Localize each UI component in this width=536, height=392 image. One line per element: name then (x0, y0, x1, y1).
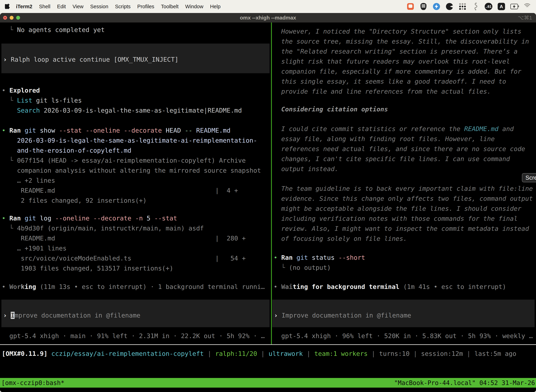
text-segment: › (274, 312, 282, 319)
screenshot-app-icon[interactable] (407, 3, 414, 10)
text-segment: gpt-5.4 xhigh · 96% left · 520K in · 5.8… (274, 332, 533, 340)
apple-logo-icon[interactable] (5, 3, 10, 10)
battery-percent-badge[interactable]: ..61 (485, 3, 492, 10)
text-segment: session:12m (421, 350, 463, 357)
text-segment: companion analysis without altering the … (17, 167, 261, 174)
menu-help[interactable]: Help (207, 4, 224, 9)
text-segment: 5 (147, 215, 151, 222)
no-output-line: └ (no output) (274, 263, 331, 273)
bolt-badge-icon[interactable] (433, 3, 440, 10)
text-segment (55, 127, 59, 134)
text-segment: the "Related research writing" section i… (274, 48, 517, 55)
text-segment: git (297, 254, 308, 261)
text-segment: Improve documentation in @filename (282, 312, 411, 319)
diffstat-line: README.md | 280 + (2, 233, 246, 243)
ralph-loop-line: › Ralph loop active continue [OMX_TMUX_I… (3, 54, 178, 65)
text-segment: ultrawork (268, 350, 303, 357)
menu-iterm2[interactable]: iTerm2 (13, 4, 36, 9)
dots-grid-icon[interactable] (459, 3, 466, 10)
text-segment: of focusing solely on file lines. (274, 235, 407, 242)
text-segment (274, 264, 281, 271)
text-segment: --stat (154, 215, 177, 222)
reasoning-line: of focusing solely on file lines. (274, 233, 407, 244)
diffstat-line: src/voice/voiceModeEnabled.ts | 54 + (2, 253, 246, 263)
reasoning-line: output instead. (274, 164, 338, 174)
menu-view[interactable]: View (69, 4, 87, 9)
reasoning-line: changes, I can't cite specific file line… (274, 154, 510, 164)
text-segment: However, I noticed the "Directory Struct… (274, 28, 522, 35)
assistant-a-icon[interactable]: A (498, 3, 505, 10)
text-segment: slight risk that future readers may over… (274, 58, 510, 65)
ran-git-log-line: • Ran git log --oneline --decorate -n 5 … (2, 213, 177, 223)
text-segment: └ (9, 157, 17, 164)
text-segment: ting for background terminal (293, 283, 399, 290)
reasoning-line: this single essay, it seems like a good … (274, 76, 506, 86)
text-segment (2, 147, 17, 154)
tmux-status-bar: [omx-cczip0:bash* "MacBook-Pro-44.local"… (0, 378, 536, 387)
filename-line: 2026-03-09-is-legal-the-same-as-legitima… (2, 135, 257, 145)
pane-bottom-separator (0, 344, 536, 345)
text-segment (150, 215, 154, 222)
text-segment (48, 350, 51, 357)
window-title: omx --xhigh --madmax (0, 13, 536, 23)
menu-session[interactable]: Session (87, 4, 112, 9)
text-segment: Explored (9, 87, 40, 94)
reasoning-line: However, I noticed the "Directory Struct… (274, 26, 522, 36)
menu-toolbelt[interactable]: Toolbelt (158, 4, 182, 9)
text-segment: review. Also, I might want to inspect th… (274, 225, 529, 232)
text-segment: Wai (281, 283, 293, 290)
text-segment: ralph:11/20 (215, 350, 257, 357)
wifi-icon[interactable] (523, 3, 531, 10)
text-segment: output instead. (274, 165, 338, 173)
macos-menu-bar: iTerm2ShellEditViewSessionScriptsProfile… (0, 0, 536, 13)
text-segment: 2026-03-09-is-legal-the-same-as-legitima… (17, 137, 257, 144)
menu-window[interactable]: Window (182, 4, 207, 9)
text-segment (192, 127, 196, 134)
text-segment (82, 127, 86, 134)
text-segment: git (25, 127, 36, 134)
text-segment (293, 254, 297, 261)
menu-shell[interactable]: Shell (36, 4, 54, 9)
media-app-icon[interactable] (446, 3, 453, 10)
reasoning-line: the "Related research writing" section i… (274, 46, 517, 56)
menu-profiles[interactable]: Profiles (134, 4, 158, 9)
text-segment: log (40, 215, 51, 222)
text-segment: [OMX#0.11.9] (2, 350, 48, 357)
reasoning-line: The team guideline is to back every impo… (274, 183, 533, 194)
text-segment: cczip/essay/ai-reimplementation-copyleft (51, 350, 204, 357)
text-segment: --oneline (86, 127, 120, 134)
text-segment: List (17, 97, 32, 104)
text-segment (21, 215, 25, 222)
text-segment (36, 215, 40, 222)
squiggle-utility-icon[interactable] (472, 3, 479, 10)
diffstat-summary: 2 files changed, 92 insertions(+) (2, 196, 147, 205)
text-cursor: I (11, 312, 14, 319)
text-segment (2, 225, 9, 232)
menu-scripts[interactable]: Scripts (112, 4, 134, 9)
tmux-session-label: [omx-cczip0:bash* (0, 379, 64, 386)
menu-edit[interactable]: Edit (54, 4, 69, 9)
commit-line: └ 4b9d30f (origin/main, instructkr/main,… (2, 223, 204, 233)
battery-icon[interactable] (510, 3, 518, 10)
shield-grid-icon[interactable] (420, 3, 427, 10)
screen-overlay-button[interactable]: Scre (522, 173, 536, 182)
screen: iTerm2ShellEditViewSessionScriptsProfile… (0, 0, 536, 392)
window-title-bar[interactable]: omx --xhigh --madmax ⌥⌘1 (0, 13, 536, 23)
text-segment: references need actual files, and since … (274, 145, 525, 152)
reasoning-line: companion file, especially if more comme… (274, 66, 522, 76)
text-segment (2, 157, 9, 164)
text-segment: the source tree, missing the essay. Stil… (274, 38, 529, 45)
text-segment: --oneline (55, 215, 90, 222)
commit-line: companion analysis without altering the … (2, 165, 261, 175)
text-segment: | (368, 350, 379, 357)
truncation-line: … +1901 lines (2, 243, 67, 253)
text-segment (21, 127, 25, 134)
text-segment: provide file and line references from th… (274, 88, 491, 95)
omx-status-bar: [OMX#0.11.9] cczip/essay/ai-reimplementa… (0, 349, 536, 359)
text-segment: (11m 13s • esc to interrupt) · 1 backgro… (36, 283, 265, 290)
agents-status-line: └ No agents completed yet (2, 25, 105, 35)
truncation-line: … +2 lines (2, 175, 55, 186)
left-terminal-pane[interactable]: └ No agents completed yet› Ralph loop ac… (0, 23, 271, 344)
right-terminal-pane[interactable]: However, I noticed the "Directory Struct… (272, 23, 536, 344)
tmux-host-clock: "MacBook-Pro-44.local" 04:52 31-Mar-26 (394, 379, 536, 386)
